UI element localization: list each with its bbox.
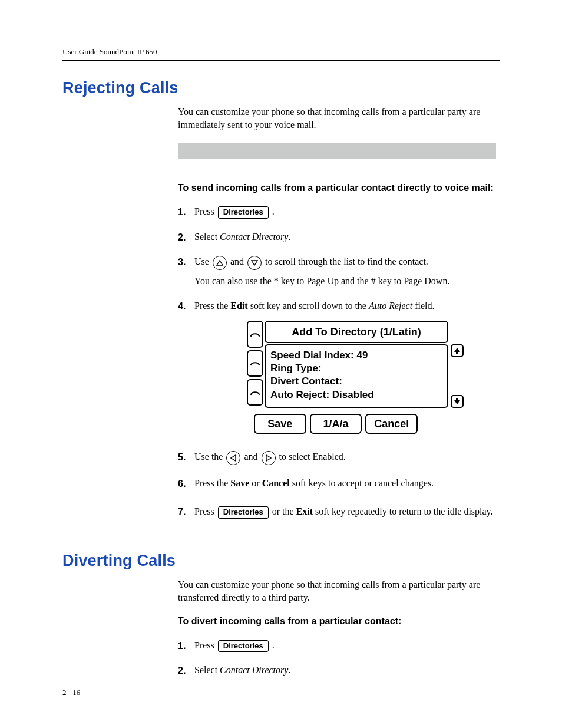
line-key-icon [247, 379, 263, 406]
line-key-icon [247, 350, 263, 377]
svg-marker-2 [454, 348, 460, 354]
reject-steps: 1. Press Directories . 2. Select Contact… [178, 205, 496, 523]
dstep2-ital: Contact Directory [220, 665, 288, 675]
step-6: 6. Press the Save or Cancel soft keys to… [178, 477, 496, 495]
step-5: 5. Use the and to select Enabled. [178, 450, 496, 469]
step-num: 2. [178, 230, 194, 244]
step2-ital: Contact Directory [220, 232, 288, 242]
step7-exit: Exit [296, 506, 313, 516]
step7-a: Press [194, 506, 217, 516]
step-1: 1. Press Directories . [178, 639, 496, 657]
step5-mid: and [244, 452, 260, 462]
screen-softkeys: Save 1/A/a Cancel [254, 414, 418, 434]
heading-rejecting-calls: Rejecting Calls [62, 79, 500, 97]
step4-edit: Edit [230, 301, 247, 311]
reject-intro: You can customize your phone so that inc… [178, 106, 496, 132]
header-rule [62, 60, 500, 61]
section-diverting: Diverting Calls You can customize your p… [62, 552, 500, 682]
svg-marker-4 [231, 455, 236, 461]
step7-d: soft key repeatedly to return to the idl… [315, 506, 493, 516]
step6-c: or [252, 478, 262, 488]
directories-key: Directories [218, 640, 269, 653]
step2-after: . [288, 232, 290, 242]
divert-lead: To divert incoming calls from a particul… [178, 615, 496, 628]
step3-mid: and [230, 256, 246, 266]
svg-marker-3 [454, 398, 460, 404]
step-num: 6. [178, 477, 194, 490]
step-num: 1. [178, 205, 194, 219]
screen-sidebar [247, 321, 263, 408]
dstep2-after: . [288, 665, 290, 675]
down-arrow-key [247, 256, 262, 270]
step5-before: Use the [194, 452, 225, 462]
heading-diverting-calls: Diverting Calls [62, 552, 500, 570]
step6-cancel: Cancel [262, 478, 290, 488]
step6-a: Press the [194, 478, 230, 488]
right-arrow-key [262, 451, 276, 465]
step7-b: or the [272, 506, 296, 516]
scroll-down-icon [451, 395, 464, 408]
step6-e: soft keys to accept or cancel changes. [292, 478, 434, 488]
step-2: 2. Select Contact Directory. [178, 664, 496, 681]
screen-title: Add To Directory (1/Latin) [265, 321, 448, 343]
phone-screen: Add To Directory (1/Latin) Speed Dial In… [247, 321, 465, 434]
up-arrow-key [213, 256, 227, 270]
step2-before: Select [194, 232, 220, 242]
step-num: 7. [178, 505, 194, 519]
step-num: 2. [178, 664, 194, 677]
screen-line: Speed Dial Index: 49 [270, 349, 442, 362]
svg-marker-1 [252, 261, 257, 265]
dstep1-after: . [272, 640, 275, 650]
step3-sub: You can also use the * key to Page Up an… [194, 275, 496, 288]
divert-steps: 1. Press Directories . 2. Select [178, 639, 496, 682]
step-2: 2. Select Contact Directory. [178, 230, 496, 248]
step5-after: to select Enabled. [279, 452, 346, 462]
section-diverting-body: You can customize your phone so that inc… [178, 578, 496, 682]
step1-before: Press [194, 206, 217, 216]
phone-screen-figure: Add To Directory (1/Latin) Speed Dial In… [216, 321, 496, 434]
section-rejecting-body: You can customize your phone so that inc… [178, 106, 496, 523]
step4-e: field. [415, 301, 434, 311]
step4-autoreject: Auto Reject [369, 301, 412, 311]
left-arrow-key [226, 451, 240, 465]
running-head: User Guide SoundPoint IP 650 [62, 47, 500, 57]
divert-intro: You can customize your phone so that inc… [178, 578, 496, 605]
note-bar [178, 143, 496, 159]
page-number: 2 - 16 [62, 688, 80, 697]
line-key-icon [247, 321, 263, 347]
step-3: 3. Use and to scroll through the list to… [178, 255, 496, 292]
softkey-save: Save [254, 414, 306, 434]
step-num: 4. [178, 299, 194, 313]
scroll-up-icon [451, 344, 464, 357]
directories-key: Directories [218, 206, 269, 219]
step3-after: to scroll through the list to find the c… [265, 256, 428, 266]
screen-line: Divert Contact: [270, 375, 442, 388]
step-4: 4. Press the Edit soft key and scroll do… [178, 299, 496, 443]
step-1: 1. Press Directories . [178, 205, 496, 223]
screen-content: Speed Dial Index: 49 Ring Type: Divert C… [265, 344, 448, 408]
dstep1-before: Press [194, 640, 217, 650]
step-7: 7. Press Directories or the Exit soft ke… [178, 505, 496, 523]
screen-line: Ring Type: [270, 362, 442, 375]
step-num: 3. [178, 255, 194, 269]
page: User Guide SoundPoint IP 650 Rejecting C… [0, 0, 562, 728]
step1-after: . [272, 206, 275, 216]
reject-lead: To send incoming calls from a particular… [178, 182, 496, 195]
step-num: 5. [178, 450, 194, 464]
dstep2-before: Select [194, 665, 220, 675]
softkey-mode: 1/A/a [310, 414, 362, 434]
step-num: 1. [178, 639, 194, 653]
step6-save: Save [230, 478, 249, 488]
softkey-cancel: Cancel [365, 414, 418, 434]
directories-key: Directories [218, 506, 269, 519]
step4-c: soft key and scroll down to the [250, 301, 369, 311]
step3-before: Use [194, 256, 211, 266]
svg-marker-0 [217, 261, 223, 265]
screen-scroll [451, 344, 465, 408]
screen-line: Auto Reject: Disabled [270, 388, 442, 401]
svg-marker-5 [266, 455, 271, 461]
step4-a: Press the [194, 301, 230, 311]
